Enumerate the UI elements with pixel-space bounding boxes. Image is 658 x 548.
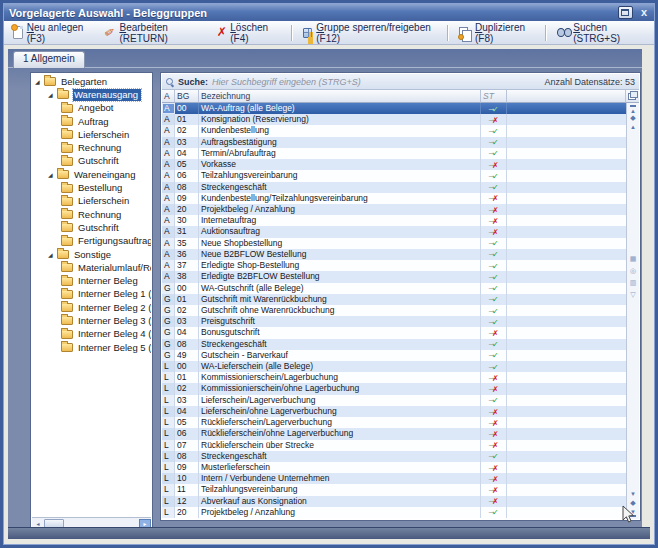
scroll-to-top-icon[interactable]: ▲ — [630, 105, 636, 114]
table-row[interactable]: A30Internetauftrag — [162, 215, 626, 226]
tree-item[interactable]: Interner Beleg 1 (PPS) — [32, 288, 151, 301]
table-row[interactable]: L06Rücklieferschein/ohne Lagerverbuchung — [162, 428, 626, 439]
tree-item[interactable]: Interner Beleg 3 (PPS) — [32, 314, 151, 327]
table-row[interactable]: L09Musterlieferschein — [162, 462, 626, 473]
table-row[interactable]: L03Lieferschein/Lagerverbuchung — [162, 395, 626, 406]
status-ok-icon — [487, 362, 500, 372]
toolbar-separator — [291, 25, 293, 41]
status-blocked-icon — [487, 227, 500, 237]
scrollbar-marker-rows-icon[interactable]: ▥ — [627, 277, 639, 289]
scroll-down-icon[interactable]: ▼ — [627, 490, 639, 499]
close-window-icon[interactable]: x — [639, 7, 649, 18]
table-row[interactable]: L04Lieferschein/ohne Lagerverbuchung — [162, 406, 626, 417]
table-row[interactable]: G49Gutschein - Barverkauf — [162, 350, 626, 361]
tree-item[interactable]: Angebot — [32, 102, 151, 115]
table-row[interactable]: L10Intern / Verbundene Unternehmen — [162, 473, 626, 484]
tree-item[interactable]: ◢Warenausgang — [32, 88, 151, 101]
table-row[interactable]: A09Kundenbestellung/Teilzahlungsvereinba… — [162, 193, 626, 204]
table-row[interactable]: A37Erledigte Shop-Bestellung — [162, 260, 626, 271]
column-header-a[interactable]: A — [162, 90, 175, 103]
tree-expander-icon[interactable]: ◢ — [48, 251, 57, 259]
tree-item[interactable]: Gutschrift — [32, 221, 151, 234]
tree-item[interactable]: Interner Beleg 4 (PPS) — [32, 328, 151, 341]
table-row[interactable]: G03Preisgutschrift — [162, 316, 626, 327]
table-row[interactable]: A02Kundenbestellung — [162, 125, 626, 136]
duplicate-button[interactable]: Duplizieren (F8) — [454, 20, 540, 46]
tree-item[interactable]: ◢Belegarten — [32, 75, 151, 88]
tree-item[interactable]: Rechnung — [32, 141, 151, 154]
table-row[interactable]: G00WA-Gutschrift (alle Belege) — [162, 283, 626, 294]
scrollbar-marker-grid-icon[interactable]: ▦ — [627, 253, 639, 265]
table-row[interactable]: A35Neue Shopbestellung — [162, 238, 626, 249]
table-row[interactable]: A31Auktionsauftrag — [162, 226, 626, 237]
grid-vertical-scrollbar[interactable]: ▲ ◆ ▲ ▦ ◎ ▥ ▽ ▼ ◆ ▼ — [626, 103, 639, 519]
delete-button[interactable]: Löschen (F4) — [212, 20, 286, 46]
new-button[interactable]: Neu anlegen (F3) — [8, 20, 98, 46]
table-row[interactable]: L00WA-Lieferschein (alle Belege) — [162, 361, 626, 372]
search-button[interactable]: Suchen (STRG+S) — [552, 20, 650, 46]
folder-icon — [57, 250, 69, 259]
scroll-up-icon[interactable]: ▲ — [627, 123, 639, 132]
table-row[interactable]: A20Projektbeleg / Anzahlung — [162, 204, 626, 215]
column-chooser-icon[interactable] — [626, 90, 639, 103]
tree-item[interactable]: Auftrag — [32, 115, 151, 128]
search-icon — [166, 78, 174, 86]
table-row[interactable]: L20Projektbeleg / Anzahlung — [162, 507, 626, 518]
tree-item[interactable]: Interner Beleg — [32, 274, 151, 287]
status-ok-icon — [487, 507, 500, 517]
table-row[interactable]: A06Teilzahlungsvereinbarung — [162, 170, 626, 181]
table-row[interactable]: L01Kommissionierschein/Lagerbuchung — [162, 372, 626, 383]
table-row[interactable]: G08Streckengeschäft — [162, 339, 626, 350]
tree-item[interactable]: Gutschrift — [32, 155, 151, 168]
tree-item[interactable]: ◢Sonstige — [32, 248, 151, 261]
table-row[interactable]: A36Neue B2BFLOW Bestellung — [162, 249, 626, 260]
table-row[interactable]: L05Rücklieferschein/Lagerverbuchung — [162, 417, 626, 428]
table-row[interactable]: L08Streckengeschäft — [162, 451, 626, 462]
table-row[interactable]: L07Rücklieferschein über Strecke — [162, 440, 626, 451]
tree-item[interactable]: Interner Beleg 2 (PPS) — [32, 301, 151, 314]
search-input[interactable] — [212, 77, 540, 87]
table-row[interactable]: A04Termin/Abrufauftrag — [162, 148, 626, 159]
column-header-st[interactable]: ST — [481, 90, 507, 103]
status-ok-icon — [487, 451, 500, 461]
tree-item[interactable]: Fertigungsauftrag (PPS) — [32, 235, 151, 248]
toolbar-separator — [447, 25, 449, 41]
table-row[interactable]: A08Streckengeschäft — [162, 182, 626, 193]
tab-allgemein[interactable]: 1 Allgemein — [13, 51, 85, 68]
column-header-bg[interactable]: BG — [175, 90, 199, 103]
tree-item[interactable]: Lieferschein — [32, 195, 151, 208]
table-row[interactable]: L02Kommissionierschein/ohne Lagerbuchung — [162, 383, 626, 394]
status-blocked-icon — [487, 474, 500, 484]
tree-item[interactable]: ◢Wareneingang — [32, 168, 151, 181]
table-row[interactable]: A03Auftragsbestätigung — [162, 137, 626, 148]
scrollbar-marker-filter-icon[interactable]: ▽ — [627, 289, 639, 301]
status-ok-icon — [487, 306, 500, 316]
table-row[interactable]: A05Vorkasse — [162, 159, 626, 170]
tree-expander-icon[interactable]: ◢ — [35, 78, 44, 86]
tree-item[interactable]: Bestellung — [32, 181, 151, 194]
tree-item[interactable]: Lieferschein — [32, 128, 151, 141]
scrollbar-marker-zoom-icon[interactable]: ◎ — [627, 265, 639, 277]
folder-icon — [61, 144, 73, 153]
edit-button[interactable]: Bearbeiten (RETURN) — [100, 20, 210, 46]
group-lock-button[interactable]: Gruppe sperren/freigeben (F12) — [298, 20, 443, 46]
folder-icon — [61, 130, 73, 139]
scroll-pan-icon[interactable]: ◆ — [627, 114, 639, 123]
tree-expander-icon[interactable]: ◢ — [48, 171, 57, 179]
table-row[interactable]: A01Konsignation (Reservierung) — [162, 114, 626, 125]
table-row[interactable]: G01Gutschrift mit Warenrückbuchung — [162, 294, 626, 305]
table-row[interactable]: A38Erledigte B2BFLOW Bestellung — [162, 271, 626, 282]
tree-expander-icon[interactable]: ◢ — [48, 91, 57, 99]
table-row[interactable]: A00WA-Auftrag (alle Belege) — [162, 103, 626, 114]
binoculars-icon — [557, 28, 569, 37]
tree-item[interactable]: Interner Beleg 5 (PPS) — [32, 341, 151, 354]
table-row[interactable]: G04Bonusgutschrift — [162, 327, 626, 338]
table-row[interactable]: G02Gutschrift ohne Warenrückbuchung — [162, 305, 626, 316]
folder-icon — [61, 330, 73, 339]
tree-item[interactable]: Materialumlauf/Reparatur — [32, 261, 151, 274]
table-row[interactable]: L12Abverkauf aus Konsignation — [162, 496, 626, 507]
tree-item[interactable]: Rechnung — [32, 208, 151, 221]
table-row[interactable]: L11Teilzahlungsvereinbarung — [162, 484, 626, 495]
restore-window-icon[interactable] — [618, 6, 633, 19]
column-header-name[interactable]: Bezeichnung — [199, 90, 481, 103]
